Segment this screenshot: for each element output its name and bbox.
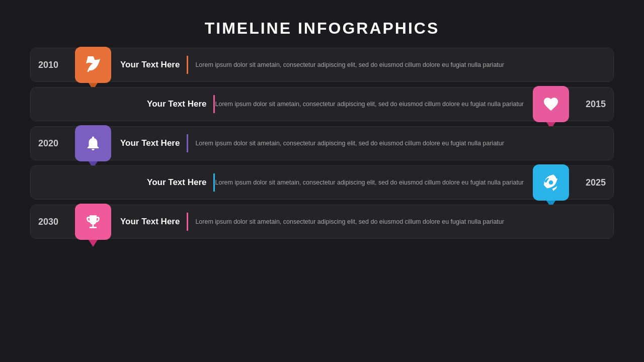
text-section: Your Text Here Lorem ipsum dolor sit ame… — [120, 134, 598, 152]
body-text: Lorem ipsum dolor sit ametain, consectet… — [195, 60, 504, 70]
year-label: 2025 — [578, 177, 606, 188]
year-label: 2015 — [578, 99, 606, 110]
heading-text: Your Text Here — [120, 60, 180, 70]
text-section: Your Text Here Lorem ipsum dolor sit ame… — [120, 56, 598, 74]
leaf-icon — [85, 56, 102, 73]
timeline-row: 2010 Your Text Here Lorem ipsum dolor si… — [30, 48, 614, 82]
year-label: 2030 — [38, 217, 66, 227]
text-section: Lorem ipsum dolor sit ametain, consectet… — [46, 173, 524, 192]
page-title: TIMELINE INFOGRAPHICS — [0, 0, 644, 38]
icon-box-2025 — [533, 164, 569, 201]
divider — [187, 134, 188, 152]
icon-box-2030 — [75, 204, 111, 240]
icon-box-2015 — [533, 86, 569, 122]
icon-box-2010 — [75, 47, 111, 83]
rocket-icon — [542, 174, 559, 191]
year-label: 2020 — [38, 138, 66, 149]
text-section: Lorem ipsum dolor sit ametain, consectet… — [46, 95, 524, 113]
year-label: 2010 — [38, 60, 66, 70]
body-text: Lorem ipsum dolor sit ametain, consectet… — [215, 100, 524, 109]
timeline-row: Lorem ipsum dolor sit ametain, consectet… — [30, 87, 614, 121]
text-section: Your Text Here Lorem ipsum dolor sit ame… — [120, 213, 598, 231]
timeline-row: Lorem ipsum dolor sit ametain, consectet… — [30, 165, 614, 200]
icon-box-2020 — [75, 125, 111, 161]
heading-text: Your Text Here — [120, 138, 180, 148]
body-text: Lorem ipsum dolor sit ametain, consectet… — [195, 139, 504, 148]
body-text: Lorem ipsum dolor sit ametain, consectet… — [195, 217, 504, 227]
bell-icon — [85, 135, 102, 152]
heading-text: Your Text Here — [147, 99, 206, 109]
trophy-icon — [85, 213, 102, 230]
timeline-container: 2010 Your Text Here Lorem ipsum dolor si… — [0, 38, 644, 239]
heading-text: Your Text Here — [120, 217, 180, 227]
heading-text: Your Text Here — [147, 177, 206, 188]
divider — [187, 56, 188, 74]
divider — [187, 213, 188, 231]
timeline-row: 2030 Your Text Here Lorem ipsum dolor si… — [30, 205, 614, 239]
timeline-row: 2020 Your Text Here Lorem ipsum dolor si… — [30, 126, 614, 160]
heart-icon — [542, 96, 559, 113]
body-text: Lorem ipsum dolor sit ametain, consectet… — [215, 178, 524, 188]
